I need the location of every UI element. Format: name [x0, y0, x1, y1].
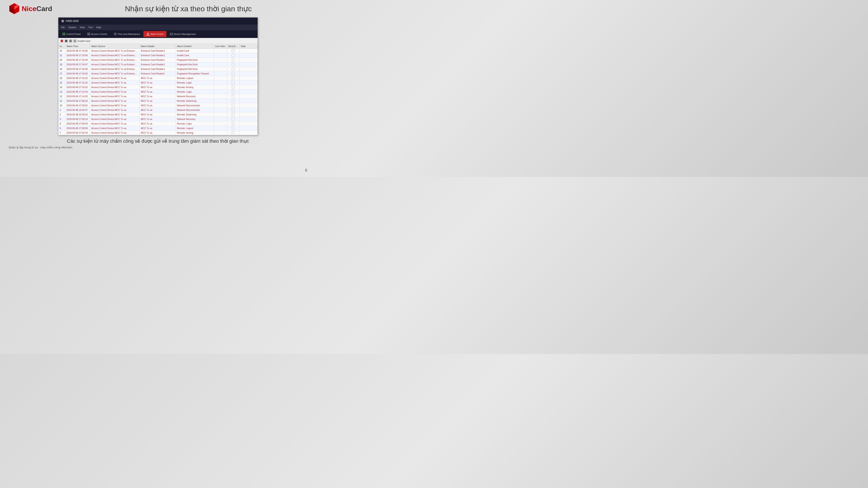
cell-note [239, 58, 257, 62]
menu-file[interactable]: File [61, 26, 65, 29]
cell-source: Access Control Device:MCC Tu xa [90, 122, 139, 126]
cell-details: Entrance Card Reader1 [140, 53, 176, 58]
cell-time: 2018-05-08 17:18:46 [65, 67, 90, 71]
svg-rect-21 [170, 33, 173, 35]
cell-content: Remote: Logout [176, 76, 214, 80]
send-checkbox[interactable] [232, 58, 235, 61]
cell-live [214, 112, 227, 117]
send-checkbox[interactable] [232, 63, 235, 65]
cell-send [227, 71, 239, 76]
nav-alarm-event[interactable]: Alarm Event [144, 31, 166, 37]
cell-content: Fingerprint Recognition Passed [176, 71, 214, 76]
cell-details: Entrance Card Reader1 [140, 62, 176, 67]
cell-time: 2018-05-08 17:18:56 [65, 53, 90, 58]
send-checkbox[interactable] [232, 81, 235, 84]
send-checkbox[interactable] [232, 72, 235, 75]
titlebar-left: iVMS-4200 [61, 19, 79, 23]
send-checkbox[interactable] [232, 108, 235, 111]
cell-details: Entrance Card Reader1 [140, 58, 176, 62]
cell-time: 2018-05-08 17:14:25 [65, 94, 90, 99]
cell-details: MCC Tu xa [140, 80, 176, 85]
send-checkbox[interactable] [232, 113, 235, 116]
nav-device-management[interactable]: Device Management [167, 31, 199, 37]
cell-idx: 7 [58, 131, 65, 135]
cell-content: Fingerprint Not Exist [176, 67, 214, 71]
table-row: 12 2018-05-08 17:14:25 Access Control De… [58, 94, 257, 99]
nav-access-control[interactable]: Access Control [84, 31, 110, 37]
cell-source: Access Control Device:MCC Tu xa Entrance… [90, 71, 139, 76]
menu-view[interactable]: View [80, 26, 85, 29]
send-checkbox[interactable] [232, 86, 235, 88]
send-checkbox[interactable] [232, 104, 235, 106]
cell-content: Remote: Login [176, 122, 214, 126]
toolbar-icon-4 [73, 39, 76, 43]
cell-live [214, 122, 227, 126]
cell-send [227, 76, 239, 80]
device-management-icon [170, 33, 173, 36]
cell-idx: 3 [58, 117, 65, 122]
menu-help[interactable]: Help [96, 26, 101, 29]
cell-idx: 22 [58, 48, 65, 53]
cell-source: Access Control Device:MCC Tu xa [90, 108, 139, 112]
cell-live [214, 85, 227, 90]
cell-details: Entrance Card Reader1 [140, 71, 176, 76]
svg-rect-28 [74, 40, 76, 42]
cell-note [239, 117, 257, 122]
nav-control-panel[interactable]: Control Panel [59, 31, 84, 37]
footer-text: Quản lý tập trung từ xa - máy chấm công … [0, 146, 316, 149]
table-row: 2 2018-05-08 16:30:24 Access Control Dev… [58, 112, 257, 117]
cell-send [227, 126, 239, 131]
send-checkbox[interactable] [232, 127, 235, 129]
send-checkbox[interactable] [232, 99, 235, 102]
alarm-table: In... Alarm Time Alarm Source Alarm Deta… [58, 44, 257, 135]
app-window: iVMS-4200 File System View Tool Help Con… [58, 18, 258, 135]
cell-source: Access Control Device:MCC Tu xa Entrance… [90, 58, 139, 62]
menu-system[interactable]: System [68, 26, 76, 29]
cell-time: 2018-05-08 17:02:34 [65, 131, 90, 135]
logo-area: NiceCard [9, 3, 69, 14]
cell-send [227, 117, 239, 122]
cell-content: Remote: Disarming [176, 112, 214, 117]
cell-content: Network Disconnected [176, 108, 214, 112]
cell-time: 2018-05-08 17:18:43 [65, 71, 90, 76]
cell-send [227, 108, 239, 112]
cell-live [214, 67, 227, 71]
nav-device-management-label: Device Management [174, 33, 196, 35]
cell-details: MCC Tu xa [140, 108, 176, 112]
send-checkbox[interactable] [232, 54, 235, 56]
send-checkbox[interactable] [232, 76, 235, 79]
cell-content: Remote: Arming [176, 131, 214, 135]
table-row: 14 2018-05-08 17:15:22 Access Control De… [58, 85, 257, 90]
cell-note [239, 48, 257, 53]
send-checkbox[interactable] [232, 95, 235, 97]
send-checkbox[interactable] [232, 90, 235, 93]
table-row: 13 2018-05-08 17:14:34 Access Control De… [58, 90, 257, 94]
cell-live [214, 131, 227, 135]
toolbar-icon-2 [64, 39, 68, 43]
cell-source: Access Control Device:MCC Tu xa [90, 85, 139, 90]
table-row: 10 2018-05-08 17:03:51 Access Control De… [58, 103, 257, 108]
nav-time-attendance[interactable]: Time and Attendance [111, 31, 143, 37]
cell-send [227, 58, 239, 62]
cell-idx: 11 [58, 99, 65, 103]
cell-content: Network Recovery [176, 117, 214, 122]
cell-time: 2018-05-08 17:18:49 [65, 58, 90, 62]
cell-send [227, 67, 239, 71]
col-header-content: Alarm Content [176, 44, 214, 48]
send-checkbox[interactable] [232, 49, 235, 52]
control-panel-icon [62, 33, 65, 36]
send-checkbox[interactable] [232, 67, 235, 70]
bottom-text: Các sự kiện từ máy chấm công sẽ được gửi… [9, 138, 307, 144]
nav-alarm-event-label: Alarm Event [150, 33, 163, 35]
cell-live [214, 99, 227, 103]
cell-idx: 12 [58, 94, 65, 99]
time-attendance-icon [114, 33, 117, 36]
menu-tool[interactable]: Tool [88, 26, 93, 29]
col-header-idx: In... [58, 44, 65, 48]
cell-send [227, 48, 239, 53]
send-checkbox[interactable] [232, 122, 235, 125]
send-checkbox[interactable] [232, 131, 235, 134]
cell-time: 2018-05-08 17:00:58 [65, 126, 90, 131]
cell-content: Invalid Card [176, 48, 214, 53]
send-checkbox[interactable] [232, 118, 235, 120]
